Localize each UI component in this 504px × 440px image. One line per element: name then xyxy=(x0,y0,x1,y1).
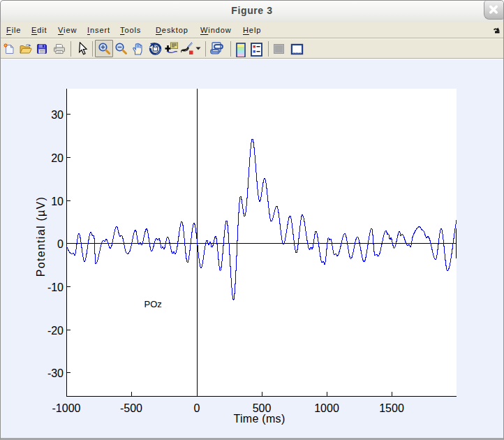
svg-text:-20: -20 xyxy=(47,325,64,337)
svg-text:1500: 1500 xyxy=(379,402,404,414)
svg-text:Potential (µV): Potential (µV) xyxy=(35,196,47,277)
svg-text:-10: -10 xyxy=(47,281,64,293)
svg-text:0: 0 xyxy=(57,238,64,250)
svg-text:30: 30 xyxy=(51,109,64,121)
svg-text:20: 20 xyxy=(51,152,64,164)
svg-text:-30: -30 xyxy=(47,367,64,379)
svg-text:-500: -500 xyxy=(120,402,142,414)
svg-text:Time (ms): Time (ms) xyxy=(233,413,285,425)
svg-text:POz: POz xyxy=(144,299,162,309)
svg-text:0: 0 xyxy=(194,402,200,414)
svg-text:-1000: -1000 xyxy=(52,402,81,414)
svg-text:1000: 1000 xyxy=(314,402,339,414)
svg-text:10: 10 xyxy=(51,196,64,207)
